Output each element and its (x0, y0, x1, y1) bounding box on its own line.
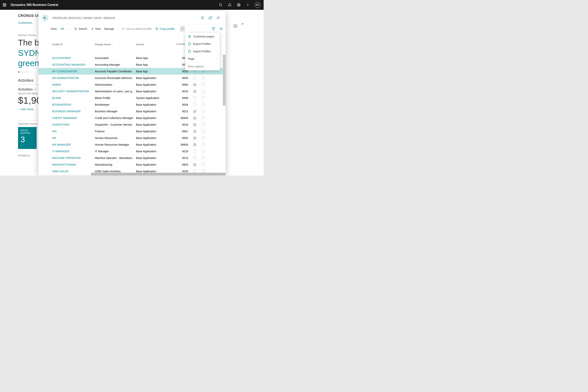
enabled-cell[interactable] (190, 116, 199, 120)
enabled-cell[interactable] (190, 123, 199, 126)
table-row[interactable]: HR MANAGER ⋮ Human Resources Manager Bas… (38, 141, 226, 148)
page-submenu-item[interactable]: Page › (185, 55, 220, 62)
role-center-cell: 36600 (175, 143, 190, 146)
profile-id-cell[interactable]: AP COORDINATOR (52, 70, 95, 73)
enabled-cell[interactable] (190, 136, 199, 140)
copy-profile-button[interactable]: Copy profile... (155, 27, 176, 30)
table-row[interactable]: MANUFACTURING ⋮ Manufacturing Base Appli… (38, 161, 226, 168)
use-default-button[interactable]: Use as default profile (122, 27, 152, 30)
customize-pages-item[interactable]: Customize pages (185, 33, 220, 40)
profile-id-cell[interactable]: BOOKKEEPER (52, 103, 95, 106)
profile-id-cell[interactable]: AR ADMINISTRATOR (52, 76, 95, 80)
profile-id-cell[interactable]: O365 SALES (52, 170, 95, 173)
table-row[interactable]: AR ADMINISTRATOR ⋮ Accounts Receivable A… (38, 75, 226, 81)
avatar[interactable]: BC (255, 2, 261, 8)
profile-id-cell[interactable]: ACCOUNTANT (52, 56, 95, 60)
enabled-cell[interactable] (190, 156, 199, 160)
popout-icon[interactable] (208, 16, 212, 20)
table-row[interactable]: DISPATCHER ⋮ Dispatcher - Customer Servi… (38, 121, 226, 128)
import-profiles-item[interactable]: Import Profiles (185, 48, 220, 55)
display-name-cell: Finance (95, 130, 136, 133)
table-row[interactable]: BOOKKEEPER ⋮ Bookkeeper Base Application… (38, 101, 226, 108)
default-cell[interactable] (199, 150, 208, 153)
enabled-cell[interactable] (190, 143, 199, 146)
profile-id-cell[interactable]: FIN (52, 130, 95, 133)
help-icon[interactable] (246, 3, 250, 7)
profile-id-cell[interactable]: MACHINE OPERATOR (52, 156, 95, 160)
enabled-cell[interactable] (190, 110, 199, 113)
profile-id-cell[interactable]: CREDIT MANAGER (52, 116, 95, 120)
hamburger-icon[interactable] (234, 25, 237, 28)
enabled-cell[interactable] (190, 130, 199, 133)
settings-icon[interactable] (237, 3, 241, 7)
divider (228, 22, 229, 28)
profile-id-cell[interactable]: DISPATCHER (52, 123, 95, 126)
profile-id-cell[interactable]: HR (52, 136, 95, 140)
search-button[interactable]: Search (74, 27, 87, 30)
table-row[interactable]: SECURITY ADMINISTRATOR ⋮ Administration … (38, 88, 226, 95)
enabled-cell[interactable] (190, 163, 199, 166)
profile-id-cell[interactable]: ADMIN (52, 83, 95, 86)
row-actions-icon[interactable]: ⋮ (90, 70, 92, 73)
default-cell[interactable] (199, 136, 208, 140)
new-button[interactable]: New (91, 27, 101, 30)
default-cell[interactable] (199, 76, 208, 80)
default-cell[interactable] (199, 103, 208, 106)
enabled-cell[interactable] (190, 96, 199, 100)
default-cell[interactable] (199, 163, 208, 166)
default-cell[interactable] (199, 156, 208, 160)
app-launcher-icon[interactable] (3, 3, 6, 6)
default-cell[interactable] (199, 110, 208, 113)
enabled-cell[interactable] (190, 90, 199, 93)
default-cell[interactable] (199, 83, 208, 86)
profile-id-cell[interactable]: BUSINESS MANAGER (52, 110, 95, 113)
table-row[interactable]: BUSINESS MANAGER ⋮ Business Manager Base… (38, 108, 226, 115)
profile-id-cell[interactable]: IT MANAGER (52, 150, 95, 153)
table-row[interactable]: FIN ⋮ Finance Base Application 8901 (38, 128, 226, 135)
display-name-cell: Manufacturing (95, 163, 136, 166)
col-source[interactable]: Source (136, 43, 175, 54)
export-profiles-item[interactable]: Export Profiles (185, 40, 220, 48)
notifications-icon[interactable] (228, 3, 232, 7)
manage-button[interactable]: Manage (104, 27, 114, 30)
more-options-item[interactable]: More options (185, 63, 220, 70)
sales-quotes-tile[interactable]: SALES QUOTES 3 › (18, 127, 37, 149)
enabled-cell[interactable] (190, 76, 199, 80)
profile-id-cell[interactable]: BLANK (52, 96, 95, 100)
list-view-icon[interactable] (219, 27, 223, 31)
default-cell[interactable] (199, 130, 208, 133)
col-display-name[interactable]: Display Name ↑ (95, 43, 136, 54)
more-actions-button[interactable] (180, 26, 185, 32)
bookmark-icon[interactable] (200, 16, 204, 20)
filter-icon[interactable] (212, 27, 216, 31)
enabled-cell[interactable] (190, 83, 199, 86)
default-cell[interactable] (199, 116, 208, 120)
table-row[interactable]: HR ⋮ Human Resources Base Application 89… (38, 135, 226, 141)
default-cell[interactable] (199, 123, 208, 126)
table-row[interactable]: IT MANAGER ⋮ IT Manager Base Application… (38, 148, 226, 155)
profile-id-cell[interactable]: SECURITY ADMINISTRATOR (52, 90, 95, 93)
default-cell[interactable] (199, 170, 208, 173)
vertical-scrollbar[interactable] (223, 55, 226, 106)
profile-id-cell[interactable]: MANUFACTURING (52, 163, 95, 166)
expand-icon[interactable] (240, 22, 244, 26)
view-dropdown[interactable]: All (61, 27, 67, 30)
table-row[interactable]: CREDIT MANAGER ⋮ Credit and Collections … (38, 115, 226, 121)
table-row[interactable]: MACHINE OPERATOR ⋮ Machine Operator - Ma… (38, 155, 226, 161)
horizontal-scrollbar[interactable] (91, 173, 226, 176)
maximize-icon[interactable] (216, 16, 220, 20)
default-cell[interactable] (199, 143, 208, 146)
col-profile-id[interactable]: Profile ID (52, 43, 95, 54)
enabled-cell[interactable] (190, 150, 199, 153)
table-row[interactable]: ADMIN ⋮ Administration Base Application … (38, 81, 226, 88)
profile-id-cell[interactable]: ACCOUNTING MANAGER (52, 63, 95, 66)
default-cell[interactable] (199, 90, 208, 93)
back-button[interactable] (42, 14, 48, 21)
enabled-cell[interactable] (190, 170, 199, 173)
profile-id-cell[interactable]: HR MANAGER (52, 143, 95, 146)
table-row[interactable]: BLANK ⋮ Blank Profile System Application… (38, 95, 226, 101)
enabled-cell[interactable] (190, 103, 199, 106)
search-icon[interactable] (219, 3, 223, 7)
default-cell[interactable] (199, 96, 208, 100)
svg-line-7 (242, 23, 243, 25)
